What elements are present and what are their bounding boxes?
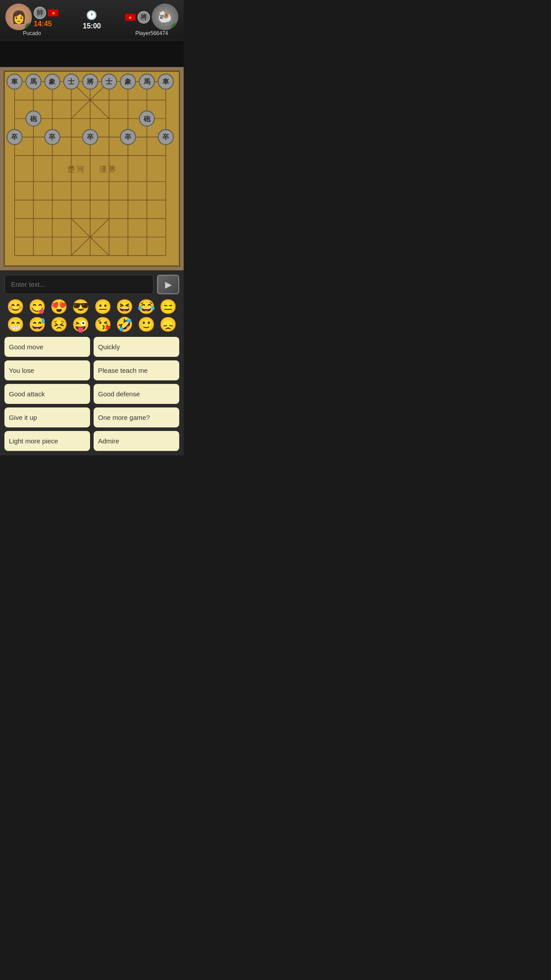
chess-board-container: 楚 河 漢 界 車 馬 象 士 將 士 象	[0, 67, 184, 270]
emoji-10[interactable]: 😣	[50, 317, 68, 332]
emoji-7[interactable]: 😑	[159, 300, 177, 314]
svg-text:卒: 卒	[49, 133, 56, 141]
phrase-you-lose[interactable]: You lose	[4, 360, 90, 380]
piece-badge-left: 帥	[34, 7, 46, 19]
chat-area: ▶ 😊 😋 😍 😎 😐 😆 😂 😑 😁 😅 😣 😜 😘 🤣 🙂 😞 Good	[0, 270, 184, 455]
flag-right	[125, 14, 136, 21]
emoji-0[interactable]: 😊	[7, 300, 24, 314]
ready-badge-left: ✓	[25, 23, 32, 30]
svg-text:車: 車	[162, 78, 169, 85]
phrase-admire[interactable]: Admire	[94, 431, 179, 451]
emoji-5[interactable]: 😆	[116, 300, 134, 314]
chat-input[interactable]	[4, 275, 153, 294]
board-svg: 楚 河 漢 界 車 馬 象 士 將 士 象	[5, 72, 179, 265]
svg-text:馬: 馬	[30, 78, 37, 85]
phrase-quickly[interactable]: Quickly	[94, 337, 179, 357]
piece-char-left: 帥	[37, 9, 43, 17]
avatar-left: 👩 ✓	[5, 4, 32, 30]
svg-text:車: 車	[11, 78, 18, 85]
svg-text:卒: 卒	[87, 133, 94, 141]
time-left: 14:45	[34, 20, 59, 28]
emoji-section: 😊 😋 😍 😎 😐 😆 😂 😑 😁 😅 😣 😜 😘 🤣 🙂 😞	[4, 300, 179, 332]
svg-text:卒: 卒	[162, 133, 169, 141]
emoji-row-2: 😁 😅 😣 😜 😘 🤣 🙂 😞	[4, 317, 179, 332]
player-name-right: Player566474	[135, 30, 168, 36]
emoji-2[interactable]: 😍	[50, 300, 68, 314]
svg-text:卒: 卒	[11, 133, 18, 141]
emoji-11[interactable]: 😜	[72, 317, 90, 332]
player-name-left: Pucado	[23, 30, 41, 36]
chat-input-row: ▶	[4, 275, 179, 294]
time-total: 15:00	[83, 22, 101, 30]
svg-text:馬: 馬	[143, 78, 150, 85]
phrase-good-attack[interactable]: Good attack	[4, 384, 90, 404]
svg-text:楚 河　　漢 界: 楚 河 漢 界	[67, 165, 117, 174]
phrase-good-defense[interactable]: Good defense	[94, 384, 179, 404]
clock-icon: 🕐	[86, 10, 97, 20]
svg-text:士: 士	[68, 78, 75, 85]
svg-text:象: 象	[125, 78, 132, 85]
emoji-row-1: 😊 😋 😍 😎 😐 😆 😂 😑	[4, 300, 179, 314]
timer-center: 🕐 15:00	[83, 10, 101, 30]
piece-char-right: 將	[141, 13, 147, 21]
svg-text:士: 士	[106, 78, 113, 85]
emoji-12[interactable]: 😘	[94, 317, 112, 332]
emoji-9[interactable]: 😅	[28, 317, 46, 332]
svg-text:將: 將	[87, 78, 94, 85]
piece-badge-right: 將	[138, 11, 150, 24]
chess-board[interactable]: 楚 河 漢 界 車 馬 象 士 將 士 象	[4, 71, 180, 267]
emoji-14[interactable]: 🙂	[138, 317, 155, 332]
send-icon: ▶	[165, 279, 172, 290]
svg-text:卒: 卒	[125, 133, 132, 141]
emoji-6[interactable]: 😂	[138, 300, 155, 314]
phrase-give-it-up[interactable]: Give it up	[4, 407, 90, 427]
svg-text:砲: 砲	[30, 115, 37, 122]
avatar-right: 🐏 ✓	[152, 4, 178, 30]
svg-text:象: 象	[49, 78, 56, 85]
emoji-8[interactable]: 😁	[7, 317, 24, 332]
player-left: 👩 ✓ 帥 14:45 Pucado	[5, 4, 59, 36]
emoji-4[interactable]: 😐	[94, 300, 112, 314]
ready-badge-right: ✓	[171, 23, 178, 30]
svg-text:砲: 砲	[143, 115, 151, 122]
player-right: 將 🐏 ✓ Player566474	[125, 4, 178, 36]
phrase-good-move[interactable]: Good move	[4, 337, 90, 357]
emoji-13[interactable]: 🤣	[116, 317, 134, 332]
emoji-15[interactable]: 😞	[159, 317, 177, 332]
emoji-1[interactable]: 😋	[28, 300, 46, 314]
phrase-please-teach-me[interactable]: Please teach me	[94, 360, 179, 380]
phrases-grid: Good move Quickly You lose Please teach …	[4, 337, 179, 451]
phrase-light-more-piece[interactable]: Light more piece	[4, 431, 90, 451]
header: 👩 ✓ 帥 14:45 Pucado 🕐 15:00	[0, 0, 184, 40]
spacer	[0, 40, 184, 67]
emoji-3[interactable]: 😎	[72, 300, 90, 314]
send-button[interactable]: ▶	[157, 275, 179, 294]
phrase-one-more-game[interactable]: One more game?	[94, 407, 179, 427]
flag-left	[48, 9, 59, 16]
